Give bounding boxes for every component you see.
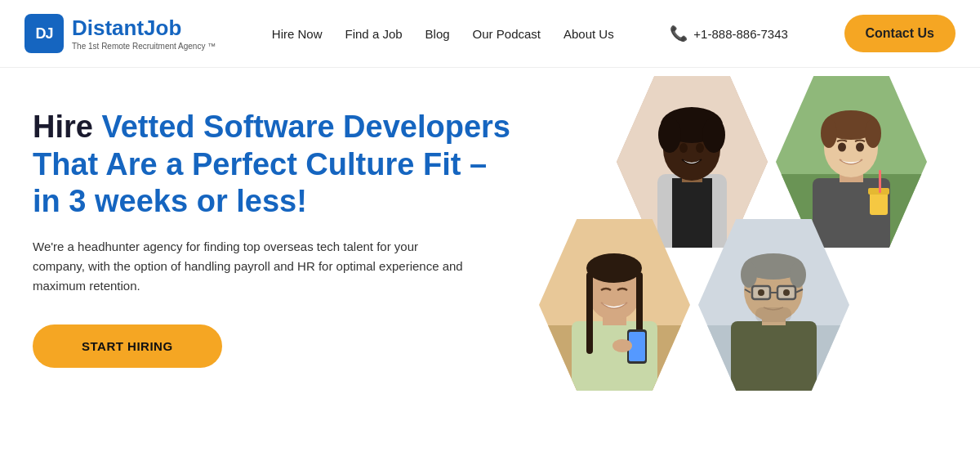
hero-left: Hire Vetted Software Developers That Are… <box>33 101 523 368</box>
svg-rect-50 <box>755 307 791 322</box>
svg-point-42 <box>790 262 806 288</box>
svg-point-19 <box>838 143 846 152</box>
svg-rect-3 <box>672 178 712 248</box>
phone-area[interactable]: 📞 +1-888-886-7343 <box>670 25 788 43</box>
hero-headline: Hire Vetted Software Developers That Are… <box>33 109 523 221</box>
logo[interactable]: DJ DistantJob The 1st Remote Recruitment… <box>24 14 216 53</box>
main-content: Hire Vetted Software Developers That Are… <box>0 68 980 452</box>
logo-icon: DJ <box>24 14 64 53</box>
main-nav: Hire Now Find a Job Blog Our Podcast Abo… <box>272 27 614 41</box>
svg-point-34 <box>612 339 632 352</box>
headline-blue: Vetted Software Developers That Are a Pe… <box>33 110 510 218</box>
headline-plain: Hire <box>33 110 101 144</box>
svg-point-10 <box>696 143 704 153</box>
svg-point-17 <box>821 119 837 148</box>
svg-point-8 <box>702 117 725 153</box>
hero-subtext: We're a headhunter agency for finding to… <box>33 237 466 296</box>
phone-icon: 📞 <box>670 25 688 43</box>
svg-point-20 <box>856 143 864 152</box>
svg-point-48 <box>758 289 764 296</box>
nav-blog[interactable]: Blog <box>425 27 450 41</box>
svg-point-7 <box>658 117 681 153</box>
nav-hire-now[interactable]: Hire Now <box>272 27 323 41</box>
nav-about-us[interactable]: About Us <box>564 27 614 41</box>
start-hiring-button[interactable]: START HIRING <box>33 324 222 368</box>
svg-point-31 <box>586 253 642 283</box>
svg-point-41 <box>741 262 757 288</box>
nav-find-a-job[interactable]: Find a Job <box>345 27 403 41</box>
svg-point-9 <box>679 143 688 153</box>
logo-name: DistantJob <box>72 16 216 40</box>
nav-our-podcast[interactable]: Our Podcast <box>473 27 541 41</box>
contact-us-button[interactable]: Contact Us <box>844 15 956 52</box>
svg-rect-29 <box>586 272 593 354</box>
svg-point-18 <box>865 119 881 148</box>
logo-tagline: The 1st Remote Recruitment Agency ™ <box>72 42 216 51</box>
phone-number: +1-888-886-7343 <box>693 27 788 41</box>
logo-text: DistantJob The 1st Remote Recruitment Ag… <box>72 16 216 51</box>
header: DJ DistantJob The 1st Remote Recruitment… <box>0 0 980 68</box>
svg-rect-37 <box>731 321 817 391</box>
hero-right <box>523 101 947 452</box>
hex-grid <box>539 76 964 452</box>
svg-rect-23 <box>879 170 881 193</box>
svg-point-49 <box>783 289 790 296</box>
